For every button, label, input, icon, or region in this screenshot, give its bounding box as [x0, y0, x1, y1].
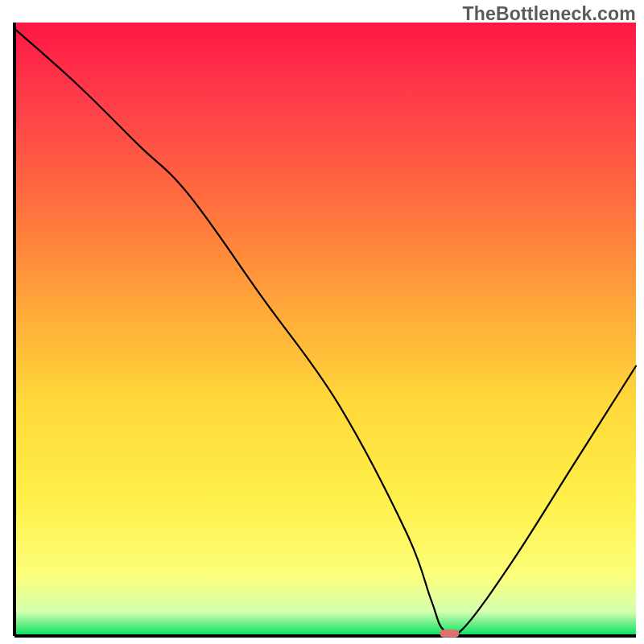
optimal-marker [440, 630, 459, 638]
chart-figure: TheBottleneck.com [0, 0, 644, 644]
chart-svg [0, 0, 644, 644]
watermark-text: TheBottleneck.com [462, 3, 636, 25]
